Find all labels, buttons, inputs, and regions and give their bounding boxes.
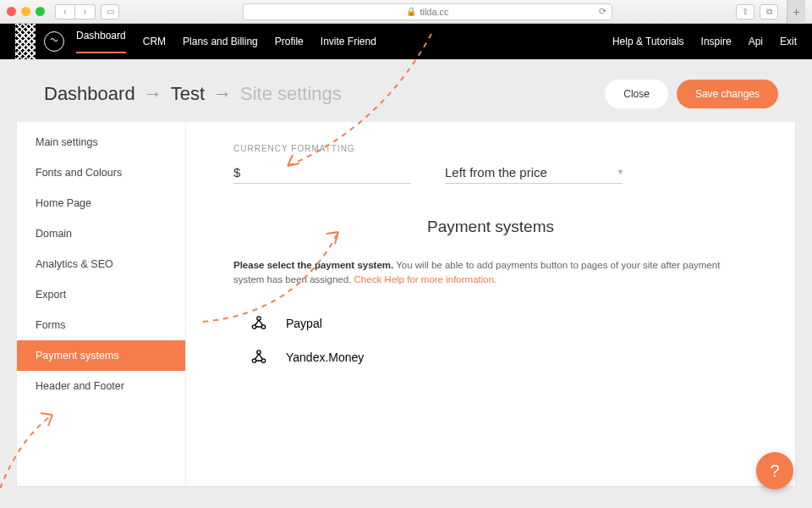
sidebar-item-homepage[interactable]: Home Page bbox=[17, 188, 185, 218]
breadcrumb-current: Site settings bbox=[240, 83, 342, 105]
breadcrumb-sep-icon: → bbox=[144, 83, 162, 105]
refresh-icon[interactable]: ⟳ bbox=[599, 6, 606, 17]
tabs-icon[interactable]: ⧉ bbox=[760, 4, 778, 19]
back-button[interactable]: ‹ bbox=[55, 4, 75, 19]
browser-chrome: ‹ › ▭ 🔒 tilda.cc ⟳ ⇪ ⧉ + bbox=[0, 0, 812, 24]
sidebar-item-domain[interactable]: Domain bbox=[17, 218, 185, 249]
svg-point-4 bbox=[252, 358, 255, 362]
breadcrumb-test[interactable]: Test bbox=[171, 83, 205, 105]
url-text: tilda.cc bbox=[420, 7, 448, 17]
payment-systems-desc: Please select the payment system. You wi… bbox=[233, 258, 748, 288]
currency-symbol-input[interactable] bbox=[233, 162, 411, 184]
topnav-exit[interactable]: Exit bbox=[780, 36, 797, 47]
sidebar-item-forms[interactable]: Forms bbox=[17, 310, 185, 340]
payment-option-label: Yandex.Money bbox=[286, 351, 364, 364]
breadcrumb: Dashboard → Test → Site settings bbox=[44, 83, 342, 105]
settings-sidebar: Main settings Fonts and Colours Home Pag… bbox=[17, 122, 186, 486]
payment-option-yandex[interactable]: Yandex.Money bbox=[233, 340, 748, 374]
chevron-down-icon: ▾ bbox=[618, 167, 623, 176]
topnav: Dashboard CRM Plans and Billing Profile … bbox=[0, 24, 812, 59]
topnav-dashboard[interactable]: Dashboard bbox=[76, 30, 126, 53]
svg-point-5 bbox=[261, 358, 265, 362]
minimize-window-icon[interactable] bbox=[21, 7, 30, 16]
close-window-icon[interactable] bbox=[7, 7, 16, 16]
payment-option-label: Paypal bbox=[286, 317, 322, 330]
svg-point-2 bbox=[261, 324, 265, 328]
ps-desc-bold: Please select the payment system. bbox=[233, 260, 393, 270]
payment-systems-heading: Payment systems bbox=[233, 218, 748, 236]
forward-button[interactable]: › bbox=[75, 4, 96, 19]
svg-point-0 bbox=[257, 316, 261, 319]
topnav-help[interactable]: Help & Tutorials bbox=[612, 36, 684, 47]
topnav-crm[interactable]: CRM bbox=[143, 36, 166, 47]
help-fab-button[interactable]: ? bbox=[756, 452, 793, 489]
sidebar-item-header-footer[interactable]: Header and Footer bbox=[17, 371, 185, 401]
url-bar[interactable]: 🔒 tilda.cc ⟳ bbox=[243, 3, 612, 20]
section-label-currency: CURRENCY FORMATTING bbox=[233, 144, 748, 153]
topnav-api[interactable]: Api bbox=[749, 36, 763, 47]
payment-option-paypal[interactable]: Paypal bbox=[233, 306, 748, 340]
brand-logo-icon[interactable] bbox=[44, 31, 64, 52]
breadcrumb-sep-icon: → bbox=[213, 83, 232, 105]
help-icon: ? bbox=[770, 461, 779, 481]
nav-back-forward: ‹ › bbox=[55, 4, 96, 19]
page-body: Dashboard → Test → Site settings Close S… bbox=[0, 59, 812, 508]
topnav-invite[interactable]: Invite Friend bbox=[321, 36, 376, 47]
topnav-plans[interactable]: Plans and Billing bbox=[183, 36, 258, 47]
payment-provider-icon bbox=[250, 349, 267, 366]
sidebar-item-export[interactable]: Export bbox=[17, 279, 185, 310]
new-tab-button[interactable]: + bbox=[787, 0, 805, 24]
sidebar-item-main[interactable]: Main settings bbox=[17, 127, 185, 157]
sidebar-item-payment[interactable]: Payment systems bbox=[17, 340, 185, 371]
fullscreen-window-icon[interactable] bbox=[36, 7, 45, 16]
ps-desc-help-link[interactable]: Check Help for more information. bbox=[354, 274, 497, 284]
currency-position-select[interactable] bbox=[445, 162, 623, 184]
settings-content: CURRENCY FORMATTING ▾ Payment systems Pl… bbox=[186, 122, 795, 486]
brand-pattern-icon bbox=[15, 24, 36, 59]
traffic-lights bbox=[7, 7, 45, 16]
share-icon[interactable]: ⇪ bbox=[736, 4, 754, 19]
sidebar-item-fonts[interactable]: Fonts and Colours bbox=[17, 157, 185, 188]
save-changes-button[interactable]: Save changes bbox=[677, 80, 778, 108]
topnav-inspire[interactable]: Inspire bbox=[701, 36, 732, 47]
settings-panel: Main settings Fonts and Colours Home Pag… bbox=[17, 122, 795, 486]
payment-provider-icon bbox=[250, 315, 267, 332]
svg-point-3 bbox=[257, 350, 261, 353]
breadcrumb-dashboard[interactable]: Dashboard bbox=[44, 83, 135, 105]
sidebar-item-analytics[interactable]: Analytics & SEO bbox=[17, 249, 185, 279]
topnav-profile[interactable]: Profile bbox=[275, 36, 304, 47]
close-button[interactable]: Close bbox=[605, 80, 668, 108]
lock-icon: 🔒 bbox=[406, 7, 416, 16]
sidebar-toggle-icon[interactable]: ▭ bbox=[101, 4, 119, 19]
svg-point-1 bbox=[252, 324, 255, 328]
